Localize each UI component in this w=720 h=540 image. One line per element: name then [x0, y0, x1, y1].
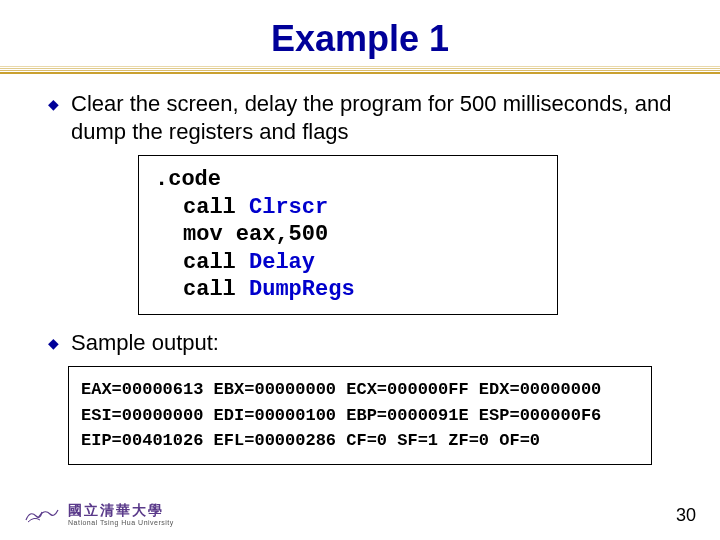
- bullet-item: ◆ Clear the screen, delay the program fo…: [48, 90, 672, 145]
- page-number: 30: [676, 505, 696, 526]
- diamond-bullet-icon: ◆: [48, 96, 59, 112]
- slide-footer: 國立清華大學 National Tsing Hua University 30: [24, 502, 696, 526]
- output-line: EIP=00401026 EFL=00000286 CF=0 SF=1 ZF=0…: [81, 431, 540, 450]
- code-line: call: [183, 277, 249, 302]
- code-line: mov eax,500: [183, 222, 328, 247]
- bullet-text: Sample output:: [71, 329, 219, 357]
- code-call-name: Clrscr: [249, 195, 328, 220]
- output-block: EAX=00000613 EBX=00000000 ECX=000000FF E…: [68, 366, 652, 465]
- code-line: call: [183, 195, 249, 220]
- slide-body: ◆ Clear the screen, delay the program fo…: [0, 74, 720, 465]
- output-line: ESI=00000000 EDI=00000100 EBP=0000091E E…: [81, 406, 601, 425]
- university-name-en: National Tsing Hua University: [68, 519, 174, 526]
- logo-icon: [24, 502, 60, 526]
- diamond-bullet-icon: ◆: [48, 335, 59, 351]
- bullet-text: Clear the screen, delay the program for …: [71, 90, 672, 145]
- university-logo: 國立清華大學 National Tsing Hua University: [24, 502, 174, 526]
- slide-title: Example 1: [0, 0, 720, 66]
- code-call-name: Delay: [249, 250, 315, 275]
- university-name-cn: 國立清華大學: [68, 503, 174, 517]
- code-line: .code: [155, 167, 221, 192]
- bullet-item: ◆ Sample output:: [48, 329, 672, 357]
- code-line: call: [183, 250, 249, 275]
- code-call-name: DumpRegs: [249, 277, 355, 302]
- code-block: .code call Clrscr mov eax,500 call Delay…: [138, 155, 558, 315]
- output-line: EAX=00000613 EBX=00000000 ECX=000000FF E…: [81, 380, 601, 399]
- title-rule: [0, 66, 720, 74]
